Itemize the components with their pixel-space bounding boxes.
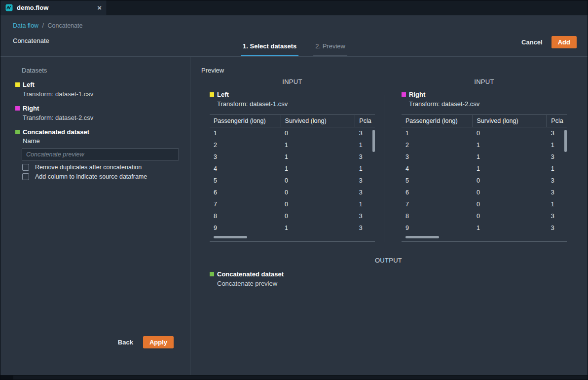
column-header: Survived (long) bbox=[473, 115, 547, 127]
sidebar-item-right: Right Transform: dataset-2.csv bbox=[15, 104, 178, 122]
output-dataset-swatch bbox=[210, 272, 214, 276]
vertical-scrollbar[interactable] bbox=[564, 130, 567, 152]
horizontal-scrollbar[interactable] bbox=[405, 236, 439, 238]
app-window: demo.flow × Data flow / Concatenate Conc… bbox=[0, 0, 588, 380]
window-tab-bar: demo.flow × bbox=[0, 0, 588, 15]
output-dataset-swatch bbox=[15, 130, 20, 134]
column-header: PassengerId (long) bbox=[210, 115, 281, 127]
output-label: OUTPUT bbox=[201, 257, 576, 264]
data-wrangler-icon bbox=[5, 4, 13, 11]
right-preview-table: PassengerId (long) Survived (long) Pcla … bbox=[402, 114, 567, 242]
sidebar-item-concatenated: Concatenated dataset Name Remove duplica… bbox=[15, 128, 178, 180]
name-field-label: Name bbox=[23, 137, 178, 145]
table-row: 1 0 3 bbox=[210, 127, 375, 140]
input-label-right: INPUT bbox=[402, 78, 567, 85]
header-actions: Cancel Add bbox=[521, 36, 577, 48]
left-table-header: Left Transform: dataset-1.csv bbox=[210, 90, 375, 108]
table-row: 4 1 1 bbox=[402, 163, 567, 175]
table-row: 6 0 3 bbox=[210, 187, 375, 198]
input-section-left: INPUT Left Transform: dataset-1.csv bbox=[201, 78, 375, 242]
table-header-row: PassengerId (long) Survived (long) Pcla bbox=[402, 115, 567, 127]
table-row: 5 0 3 bbox=[210, 175, 375, 187]
input-sections-divider bbox=[384, 95, 384, 242]
page-title: Concatenate bbox=[13, 37, 49, 44]
back-button[interactable]: Back bbox=[118, 339, 133, 346]
sidebar-title: Datasets bbox=[22, 67, 178, 74]
vertical-scrollbar[interactable] bbox=[372, 130, 375, 152]
content: Datasets Left Transform: dataset-1.csv R… bbox=[0, 57, 588, 375]
right-dataset-name: Right bbox=[23, 104, 39, 113]
right-dataset-swatch bbox=[15, 106, 20, 111]
output-dataset-name: Concatenated dataset bbox=[23, 128, 89, 136]
table-row: 2 1 1 bbox=[402, 139, 567, 151]
right-dataset-swatch bbox=[402, 92, 406, 97]
table-row: 3 1 3 bbox=[402, 151, 567, 163]
tab-close-icon[interactable]: × bbox=[97, 4, 102, 11]
table-row: 9 1 3 bbox=[402, 222, 567, 234]
sidebar-item-left: Left Transform: dataset-1.csv bbox=[15, 80, 178, 98]
tab-select-datasets[interactable]: 1. Select datasets bbox=[241, 42, 298, 56]
table-row: 8 0 3 bbox=[402, 210, 567, 222]
breadcrumb-current: Concatenate bbox=[48, 22, 83, 29]
status-bar-corner bbox=[0, 376, 13, 380]
input-sections: INPUT Left Transform: dataset-1.csv bbox=[201, 78, 576, 242]
right-table-header: Right Transform: dataset-2.csv bbox=[402, 90, 567, 108]
table-row: 1 0 3 bbox=[402, 127, 567, 140]
remove-duplicates-checkbox[interactable]: Remove duplicates after concatenation bbox=[22, 164, 178, 171]
column-header: Pcla bbox=[547, 115, 567, 127]
left-dataset-swatch bbox=[210, 92, 214, 97]
tab-preview[interactable]: 2. Preview bbox=[313, 42, 347, 56]
table-row: 6 0 3 bbox=[402, 187, 567, 198]
cancel-button[interactable]: Cancel bbox=[521, 38, 543, 46]
input-section-right: INPUT Right Transform: dataset-2.csv bbox=[393, 78, 567, 242]
status-bar bbox=[0, 375, 588, 380]
checkbox-icon[interactable] bbox=[22, 164, 29, 171]
breadcrumb-separator: / bbox=[42, 22, 44, 29]
column-header: Pcla bbox=[355, 115, 375, 127]
sidebar-footer: Back Apply bbox=[118, 336, 174, 348]
add-button[interactable]: Add bbox=[551, 36, 577, 48]
dataset-name-input[interactable] bbox=[22, 149, 179, 160]
table-row: 3 1 3 bbox=[210, 151, 375, 163]
table-row: 2 1 1 bbox=[210, 139, 375, 151]
column-header: Survived (long) bbox=[281, 115, 355, 127]
table-row: 9 1 3 bbox=[210, 222, 375, 234]
left-preview-table: PassengerId (long) Survived (long) Pcla … bbox=[210, 114, 375, 242]
output-section: OUTPUT Concatenated dataset Concatenate … bbox=[201, 257, 576, 288]
horizontal-scrollbar[interactable] bbox=[214, 236, 247, 238]
header: Data flow / Concatenate Concatenate 1. S… bbox=[0, 15, 588, 57]
input-label-left: INPUT bbox=[210, 78, 375, 85]
table-row: 5 0 3 bbox=[402, 175, 567, 187]
right-dataset-detail: Transform: dataset-2.csv bbox=[23, 114, 178, 122]
table-row: 7 0 1 bbox=[402, 198, 567, 210]
left-dataset-name: Left bbox=[23, 80, 35, 89]
apply-button[interactable]: Apply bbox=[143, 336, 174, 348]
output-dataset: Concatenated dataset Concatenate preview bbox=[210, 270, 576, 288]
left-dataset-swatch bbox=[15, 82, 20, 87]
table-row: 4 1 1 bbox=[210, 163, 375, 175]
preview-title: Preview bbox=[201, 67, 576, 74]
breadcrumb: Data flow / Concatenate bbox=[13, 22, 82, 29]
table-header-row: PassengerId (long) Survived (long) Pcla bbox=[210, 115, 375, 127]
tab-demo-flow[interactable]: demo.flow × bbox=[0, 0, 107, 15]
table-row: 8 0 3 bbox=[210, 210, 375, 222]
breadcrumb-data-flow-link[interactable]: Data flow bbox=[13, 22, 38, 29]
column-header: PassengerId (long) bbox=[402, 115, 473, 127]
tab-title: demo.flow bbox=[17, 4, 48, 11]
checkbox-icon[interactable] bbox=[22, 173, 29, 180]
step-tabs: 1. Select datasets 2. Preview bbox=[241, 42, 347, 56]
left-dataset-detail: Transform: dataset-1.csv bbox=[23, 90, 178, 98]
add-source-column-checkbox[interactable]: Add column to indicate source dataframe bbox=[22, 173, 178, 180]
preview-panel: Preview INPUT Left Transform: dataset-1.… bbox=[190, 57, 588, 375]
table-row: 7 0 1 bbox=[210, 198, 375, 210]
datasets-sidebar: Datasets Left Transform: dataset-1.csv R… bbox=[0, 57, 190, 375]
